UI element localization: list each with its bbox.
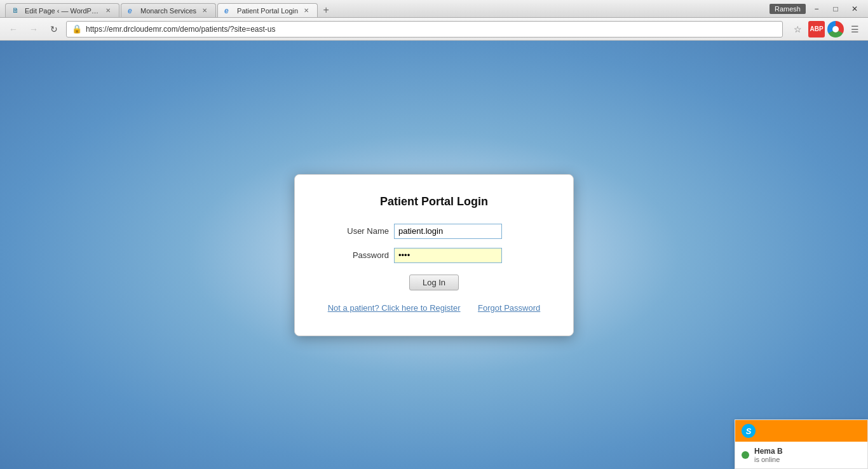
skype-header: S <box>735 420 867 442</box>
tab-portal-close-icon[interactable]: ✕ <box>302 6 311 15</box>
ssl-lock-icon: 🔒 <box>72 24 82 34</box>
user-pill: Ramesh <box>770 4 806 14</box>
forward-button[interactable]: → <box>25 21 42 37</box>
tab-portal-label: Patient Portal Login <box>237 7 298 15</box>
login-btn-row: Log In <box>325 275 543 290</box>
links-row: Not a patient? Click here to Register Fo… <box>325 303 543 313</box>
skype-notification: S Hema B is online <box>735 419 868 469</box>
username-label: User Name <box>325 226 389 236</box>
tab-patient-portal[interactable]: e Patient Portal Login ✕ <box>217 3 318 17</box>
skype-logo-icon: S <box>742 424 756 438</box>
reload-button[interactable]: ↻ <box>46 21 62 37</box>
close-button[interactable]: ✕ <box>846 3 863 15</box>
tab-strip: 🗎 Edit Page ‹ — WordPress ✕ e Monarch Se… <box>5 0 764 17</box>
username-input[interactable] <box>394 224 502 239</box>
title-bar-controls: Ramesh − □ ✕ <box>770 3 863 15</box>
tab-wordpress[interactable]: 🗎 Edit Page ‹ — WordPress ✕ <box>5 3 119 17</box>
register-link[interactable]: Not a patient? Click here to Register <box>328 303 461 313</box>
login-title: Patient Portal Login <box>325 195 543 208</box>
address-bar: ← → ↻ 🔒 https://emr.drcloudemr.com/demo/… <box>0 18 868 41</box>
skype-body: Hema B is online <box>735 442 867 468</box>
password-input[interactable] <box>394 248 502 263</box>
tab-monarch-label: Monarch Services <box>140 7 196 15</box>
password-label: Password <box>325 250 389 260</box>
adblock-button[interactable]: ABP <box>808 21 825 37</box>
new-tab-button[interactable]: + <box>319 3 333 17</box>
url-text: https://emr.drcloudemr.com/demo/patients… <box>86 25 777 34</box>
tab-monarch-close-icon[interactable]: ✕ <box>200 6 209 15</box>
tab-wordpress-label: Edit Page ‹ — WordPress <box>25 7 100 15</box>
monarch-favicon-icon: e <box>128 6 137 15</box>
minimize-button[interactable]: − <box>808 3 825 15</box>
browser-frame: 🗎 Edit Page ‹ — WordPress ✕ e Monarch Se… <box>0 0 868 469</box>
skype-user-name: Hema B <box>754 447 783 456</box>
url-bar[interactable]: 🔒 https://emr.drcloudemr.com/demo/patien… <box>66 21 783 37</box>
forgot-password-link[interactable]: Forgot Password <box>478 303 540 313</box>
maximize-button[interactable]: □ <box>827 3 844 15</box>
title-bar: 🗎 Edit Page ‹ — WordPress ✕ e Monarch Se… <box>0 0 868 18</box>
login-card: Patient Portal Login User Name Password … <box>294 174 574 336</box>
wordpress-favicon-icon: 🗎 <box>12 6 21 15</box>
chrome-settings-icon[interactable]: ☰ <box>846 21 863 37</box>
password-row: Password <box>325 248 543 263</box>
tab-monarch[interactable]: e Monarch Services ✕ <box>121 3 216 17</box>
portal-favicon-icon: e <box>224 6 233 15</box>
tab-wordpress-close-icon[interactable]: ✕ <box>104 6 112 15</box>
username-row: User Name <box>325 224 543 239</box>
online-status-icon <box>742 451 749 459</box>
login-button[interactable]: Log In <box>409 275 459 290</box>
page-content: Patient Portal Login User Name Password … <box>0 41 868 469</box>
chrome-menu-icon[interactable] <box>827 21 844 37</box>
toolbar-icons: ☆ ABP ☰ <box>789 21 863 37</box>
bookmark-star-icon[interactable]: ☆ <box>789 21 806 37</box>
skype-status-text: is online <box>754 456 783 463</box>
skype-user-info: Hema B is online <box>754 447 783 463</box>
back-button[interactable]: ← <box>5 21 22 37</box>
